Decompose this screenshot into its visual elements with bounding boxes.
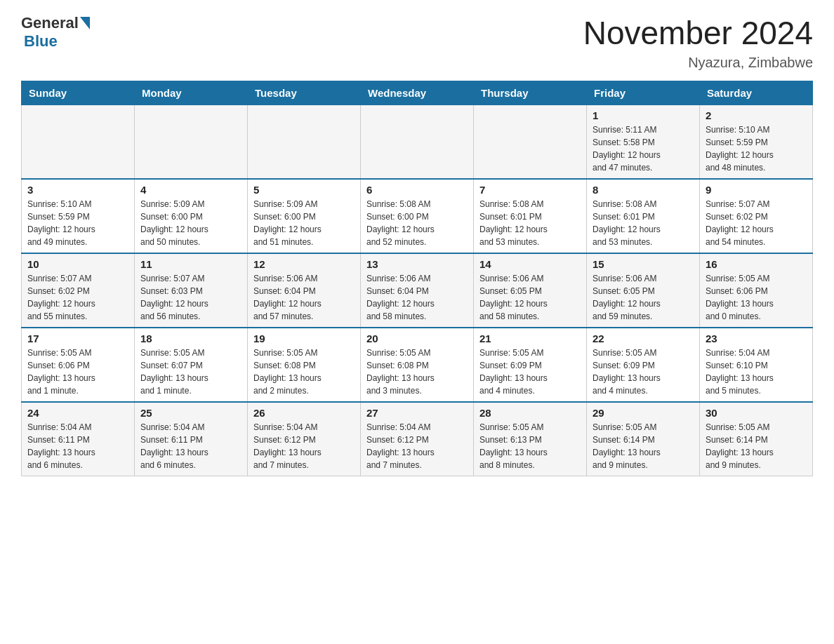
day-info: Sunrise: 5:04 AM Sunset: 6:11 PM Dayligh… <box>27 421 128 471</box>
calendar-cell <box>135 105 248 180</box>
week-row-4: 17Sunrise: 5:05 AM Sunset: 6:06 PM Dayli… <box>22 328 813 402</box>
day-info: Sunrise: 5:11 AM Sunset: 5:58 PM Dayligh… <box>593 123 694 174</box>
day-info: Sunrise: 5:06 AM Sunset: 6:04 PM Dayligh… <box>366 272 468 323</box>
weekday-header-friday: Friday <box>587 81 700 105</box>
day-number: 9 <box>706 184 807 196</box>
calendar-cell: 10Sunrise: 5:07 AM Sunset: 6:02 PM Dayli… <box>22 253 135 328</box>
title-area: November 2024 Nyazura, Zimbabwe <box>583 14 813 71</box>
calendar-cell: 27Sunrise: 5:04 AM Sunset: 6:12 PM Dayli… <box>361 402 474 476</box>
calendar-cell: 24Sunrise: 5:04 AM Sunset: 6:11 PM Dayli… <box>22 402 135 476</box>
weekday-header-sunday: Sunday <box>22 81 135 105</box>
day-info: Sunrise: 5:08 AM Sunset: 6:01 PM Dayligh… <box>593 198 694 248</box>
day-number: 2 <box>706 109 807 121</box>
day-info: Sunrise: 5:04 AM Sunset: 6:11 PM Dayligh… <box>140 421 241 471</box>
day-info: Sunrise: 5:05 AM Sunset: 6:07 PM Dayligh… <box>140 347 241 397</box>
day-number: 8 <box>593 184 694 196</box>
day-info: Sunrise: 5:04 AM Sunset: 6:10 PM Dayligh… <box>706 347 807 397</box>
calendar-cell: 14Sunrise: 5:06 AM Sunset: 6:05 PM Dayli… <box>474 253 587 328</box>
day-info: Sunrise: 5:05 AM Sunset: 6:14 PM Dayligh… <box>593 421 694 471</box>
day-number: 1 <box>593 109 694 121</box>
calendar-cell: 3Sunrise: 5:10 AM Sunset: 5:59 PM Daylig… <box>22 179 135 253</box>
calendar-cell <box>361 105 474 180</box>
day-number: 27 <box>366 407 468 419</box>
weekday-header-row: SundayMondayTuesdayWednesdayThursdayFrid… <box>22 81 813 105</box>
calendar-cell: 20Sunrise: 5:05 AM Sunset: 6:08 PM Dayli… <box>361 328 474 402</box>
weekday-header-monday: Monday <box>135 81 248 105</box>
day-number: 18 <box>140 333 241 344</box>
calendar-cell: 13Sunrise: 5:06 AM Sunset: 6:04 PM Dayli… <box>361 253 474 328</box>
week-row-5: 24Sunrise: 5:04 AM Sunset: 6:11 PM Dayli… <box>22 402 813 476</box>
day-number: 28 <box>479 407 581 419</box>
day-info: Sunrise: 5:04 AM Sunset: 6:12 PM Dayligh… <box>253 421 355 471</box>
day-info: Sunrise: 5:05 AM Sunset: 6:08 PM Dayligh… <box>253 347 355 397</box>
day-info: Sunrise: 5:05 AM Sunset: 6:09 PM Dayligh… <box>593 347 694 397</box>
day-number: 11 <box>140 258 241 270</box>
calendar-cell: 16Sunrise: 5:05 AM Sunset: 6:06 PM Dayli… <box>700 253 813 328</box>
page-header: General Blue November 2024 Nyazura, Zimb… <box>21 14 813 71</box>
day-info: Sunrise: 5:09 AM Sunset: 6:00 PM Dayligh… <box>140 198 241 248</box>
calendar-cell: 6Sunrise: 5:08 AM Sunset: 6:00 PM Daylig… <box>361 179 474 253</box>
day-number: 3 <box>27 184 128 196</box>
day-number: 4 <box>140 184 241 196</box>
calendar-cell: 29Sunrise: 5:05 AM Sunset: 6:14 PM Dayli… <box>587 402 700 476</box>
day-number: 20 <box>366 333 468 344</box>
calendar-cell: 11Sunrise: 5:07 AM Sunset: 6:03 PM Dayli… <box>135 253 248 328</box>
calendar-cell: 30Sunrise: 5:05 AM Sunset: 6:14 PM Dayli… <box>700 402 813 476</box>
day-info: Sunrise: 5:07 AM Sunset: 6:02 PM Dayligh… <box>27 272 128 323</box>
day-info: Sunrise: 5:05 AM Sunset: 6:14 PM Dayligh… <box>706 421 807 471</box>
day-info: Sunrise: 5:07 AM Sunset: 6:02 PM Dayligh… <box>706 198 807 248</box>
day-info: Sunrise: 5:08 AM Sunset: 6:01 PM Dayligh… <box>479 198 581 248</box>
calendar-cell: 28Sunrise: 5:05 AM Sunset: 6:13 PM Dayli… <box>474 402 587 476</box>
calendar-table: SundayMondayTuesdayWednesdayThursdayFrid… <box>21 81 813 476</box>
calendar-cell <box>22 105 135 180</box>
day-info: Sunrise: 5:05 AM Sunset: 6:09 PM Dayligh… <box>479 347 581 397</box>
calendar-cell: 4Sunrise: 5:09 AM Sunset: 6:00 PM Daylig… <box>135 179 248 253</box>
calendar-cell: 26Sunrise: 5:04 AM Sunset: 6:12 PM Dayli… <box>248 402 361 476</box>
calendar-cell: 12Sunrise: 5:06 AM Sunset: 6:04 PM Dayli… <box>248 253 361 328</box>
day-number: 24 <box>27 407 128 419</box>
day-info: Sunrise: 5:08 AM Sunset: 6:00 PM Dayligh… <box>366 198 468 248</box>
day-number: 7 <box>479 184 581 196</box>
day-info: Sunrise: 5:06 AM Sunset: 6:04 PM Dayligh… <box>253 272 355 323</box>
logo-blue-text: Blue <box>24 32 58 51</box>
day-number: 23 <box>706 333 807 344</box>
week-row-1: 1Sunrise: 5:11 AM Sunset: 5:58 PM Daylig… <box>22 105 813 180</box>
day-number: 10 <box>27 258 128 270</box>
day-info: Sunrise: 5:10 AM Sunset: 5:59 PM Dayligh… <box>27 198 128 248</box>
weekday-header-thursday: Thursday <box>474 81 587 105</box>
day-info: Sunrise: 5:07 AM Sunset: 6:03 PM Dayligh… <box>140 272 241 323</box>
day-info: Sunrise: 5:05 AM Sunset: 6:13 PM Dayligh… <box>479 421 581 471</box>
logo-general-text: General <box>21 14 79 32</box>
logo-triangle-icon <box>80 17 90 29</box>
calendar-cell: 2Sunrise: 5:10 AM Sunset: 5:59 PM Daylig… <box>700 105 813 180</box>
day-number: 14 <box>479 258 581 270</box>
month-title: November 2024 <box>583 14 813 52</box>
day-info: Sunrise: 5:05 AM Sunset: 6:06 PM Dayligh… <box>706 272 807 323</box>
day-info: Sunrise: 5:09 AM Sunset: 6:00 PM Dayligh… <box>253 198 355 248</box>
day-number: 13 <box>366 258 468 270</box>
day-info: Sunrise: 5:10 AM Sunset: 5:59 PM Dayligh… <box>706 123 807 174</box>
day-number: 29 <box>593 407 694 419</box>
week-row-3: 10Sunrise: 5:07 AM Sunset: 6:02 PM Dayli… <box>22 253 813 328</box>
calendar-cell: 19Sunrise: 5:05 AM Sunset: 6:08 PM Dayli… <box>248 328 361 402</box>
week-row-2: 3Sunrise: 5:10 AM Sunset: 5:59 PM Daylig… <box>22 179 813 253</box>
logo-top: General <box>21 14 91 32</box>
weekday-header-tuesday: Tuesday <box>248 81 361 105</box>
calendar-cell: 1Sunrise: 5:11 AM Sunset: 5:58 PM Daylig… <box>587 105 700 180</box>
calendar-cell <box>248 105 361 180</box>
day-number: 26 <box>253 407 355 419</box>
day-number: 22 <box>593 333 694 344</box>
day-number: 16 <box>706 258 807 270</box>
day-info: Sunrise: 5:05 AM Sunset: 6:08 PM Dayligh… <box>366 347 468 397</box>
day-info: Sunrise: 5:06 AM Sunset: 6:05 PM Dayligh… <box>593 272 694 323</box>
day-number: 15 <box>593 258 694 270</box>
weekday-header-wednesday: Wednesday <box>361 81 474 105</box>
calendar-cell: 17Sunrise: 5:05 AM Sunset: 6:06 PM Dayli… <box>22 328 135 402</box>
calendar-cell: 8Sunrise: 5:08 AM Sunset: 6:01 PM Daylig… <box>587 179 700 253</box>
calendar-cell <box>474 105 587 180</box>
day-number: 19 <box>253 333 355 344</box>
day-number: 5 <box>253 184 355 196</box>
day-number: 12 <box>253 258 355 270</box>
day-number: 25 <box>140 407 241 419</box>
calendar-cell: 5Sunrise: 5:09 AM Sunset: 6:00 PM Daylig… <box>248 179 361 253</box>
